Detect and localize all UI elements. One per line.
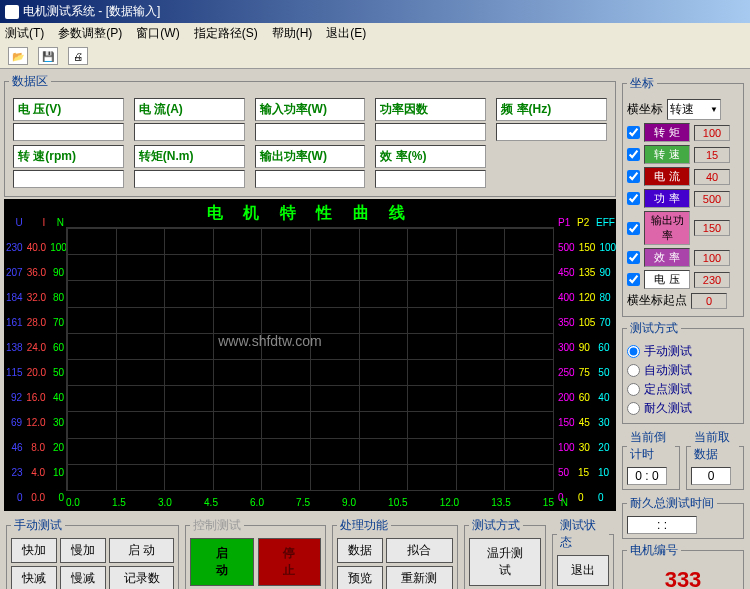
manual-legend: 手动测试 <box>11 517 65 534</box>
test-mode-radio: 测试方式 手动测试自动测试定点测试耐久测试 <box>622 320 744 424</box>
data-input-8[interactable] <box>375 170 486 188</box>
temp-rise-button[interactable]: 温升测试 <box>469 538 541 586</box>
data-label-2: 输入功率(W) <box>255 98 366 121</box>
menu-help[interactable]: 帮助(H) <box>272 25 313 42</box>
timer2-legend: 当前取数据 <box>691 429 739 463</box>
proc-btn-2[interactable]: 预览 <box>337 566 383 589</box>
origin-value[interactable]: 0 <box>691 293 727 309</box>
axis-val-4[interactable]: 150 <box>694 220 730 236</box>
manual-btn-1[interactable]: 慢加 <box>60 538 106 563</box>
data-input-7[interactable] <box>255 170 366 188</box>
menu-params[interactable]: 参数调整(P) <box>58 25 122 42</box>
mode-radio-2[interactable] <box>627 383 640 396</box>
data-area-legend: 数据区 <box>9 73 51 90</box>
axis-check-4[interactable] <box>627 222 640 235</box>
origin-label: 横坐标起点 <box>627 292 687 309</box>
menu-path[interactable]: 指定路径(S) <box>194 25 258 42</box>
data-input-6[interactable] <box>134 170 245 188</box>
control-test: 控制测试 启 动 停 止 <box>185 517 326 589</box>
titlebar: 电机测试系统 - [数据输入] <box>0 0 750 23</box>
axis-check-1[interactable] <box>627 148 640 161</box>
timer3-value: : : <box>627 516 697 534</box>
endurance-timer: 耐久总测试时间 : : <box>622 495 744 539</box>
print-icon[interactable]: 🖨 <box>68 47 88 65</box>
status-legend: 测试状态 <box>557 517 609 551</box>
mode-label-1: 自动测试 <box>644 362 692 379</box>
axis-label-4: 输出功率 <box>644 211 690 245</box>
exit-button[interactable]: 退出 <box>557 555 609 586</box>
coord-panel: 坐标 横坐标 转速▼ 转 矩100转 速15电 流40功 率500输出功率150… <box>622 75 744 317</box>
data-label-6: 转矩(N.m) <box>134 145 245 168</box>
data-input-1[interactable] <box>134 123 245 141</box>
chart-title: 电 机 特 性 曲 线 <box>4 199 616 224</box>
chevron-down-icon: ▼ <box>710 105 718 114</box>
axis-label-5: 效 率 <box>644 248 690 267</box>
data-label-1: 电 流(A) <box>134 98 245 121</box>
test-mode-btn-group: 测试方式 温升测试 <box>464 517 546 589</box>
axis-val-5[interactable]: 100 <box>694 250 730 266</box>
proc-btn-0[interactable]: 数据 <box>337 538 383 563</box>
coord-legend: 坐标 <box>627 75 657 92</box>
toolbar: 📂 💾 🖨 <box>0 44 750 69</box>
motor-number-value: 333 <box>627 563 739 589</box>
data-label-3: 功率因数 <box>375 98 486 121</box>
data-input-4[interactable] <box>496 123 607 141</box>
proc-btn-1[interactable]: 拟合 <box>386 538 453 563</box>
mode-radio-1[interactable] <box>627 364 640 377</box>
manual-btn-5[interactable]: 记录数据 <box>109 566 174 589</box>
test-mode-legend: 测试方式 <box>627 320 681 337</box>
chart: 电 机 特 性 曲 线 UIN23040.010020736.09018432.… <box>4 199 616 511</box>
mode-label-0: 手动测试 <box>644 343 692 360</box>
axis-val-2[interactable]: 40 <box>694 169 730 185</box>
axis-val-1[interactable]: 15 <box>694 147 730 163</box>
axis-check-3[interactable] <box>627 192 640 205</box>
proc-btn-3[interactable]: 重新测试 <box>386 566 453 589</box>
stop-button[interactable]: 停 止 <box>258 538 321 586</box>
menu-exit[interactable]: 退出(E) <box>326 25 366 42</box>
axis-val-6[interactable]: 230 <box>694 272 730 288</box>
mode-radio-0[interactable] <box>627 345 640 358</box>
data-input-3[interactable] <box>375 123 486 141</box>
data-label-7: 输出功率(W) <box>255 145 366 168</box>
menu-window[interactable]: 窗口(W) <box>136 25 179 42</box>
timer2-value: 0 <box>691 467 731 485</box>
data-counter: 当前取数据 0 <box>686 429 744 490</box>
data-label-4: 频 率(Hz) <box>496 98 607 121</box>
manual-btn-4[interactable]: 慢减 <box>60 566 106 589</box>
chart-grid <box>66 227 554 491</box>
x-axis-combo[interactable]: 转速▼ <box>667 99 721 120</box>
proc-func: 处理功能 数据拟合预览重新测试 <box>332 517 458 589</box>
motor-legend: 电机编号 <box>627 542 681 559</box>
axis-label-3: 功 率 <box>644 189 690 208</box>
manual-btn-2[interactable]: 启 动 <box>109 538 174 563</box>
data-input-5[interactable] <box>13 170 124 188</box>
save-icon[interactable]: 💾 <box>38 47 58 65</box>
open-icon[interactable]: 📂 <box>8 47 28 65</box>
axis-check-0[interactable] <box>627 126 640 139</box>
data-label-5: 转 速(rpm) <box>13 145 124 168</box>
axis-label-0: 转 矩 <box>644 123 690 142</box>
menubar: 测试(T) 参数调整(P) 窗口(W) 指定路径(S) 帮助(H) 退出(E) <box>0 23 750 44</box>
axis-val-3[interactable]: 500 <box>694 191 730 207</box>
axis-label-2: 电 流 <box>644 167 690 186</box>
menu-test[interactable]: 测试(T) <box>5 25 44 42</box>
mode-label-2: 定点测试 <box>644 381 692 398</box>
timer3-legend: 耐久总测试时间 <box>627 495 717 512</box>
axis-val-0[interactable]: 100 <box>694 125 730 141</box>
mode-radio-3[interactable] <box>627 402 640 415</box>
watermark: www.shfdtw.com <box>218 333 321 349</box>
data-input-0[interactable] <box>13 123 124 141</box>
motor-number: 电机编号 333 <box>622 542 744 589</box>
axis-check-6[interactable] <box>627 273 640 286</box>
mode-label-3: 耐久测试 <box>644 400 692 417</box>
axis-check-5[interactable] <box>627 251 640 264</box>
data-input-2[interactable] <box>255 123 366 141</box>
x-axis-label: N <box>561 497 568 508</box>
start-button[interactable]: 启 动 <box>190 538 253 586</box>
timer1-legend: 当前倒计时 <box>627 429 675 463</box>
manual-btn-0[interactable]: 快加 <box>11 538 57 563</box>
manual-btn-3[interactable]: 快减 <box>11 566 57 589</box>
data-label-8: 效 率(%) <box>375 145 486 168</box>
mode-legend: 测试方式 <box>469 517 523 534</box>
axis-check-2[interactable] <box>627 170 640 183</box>
